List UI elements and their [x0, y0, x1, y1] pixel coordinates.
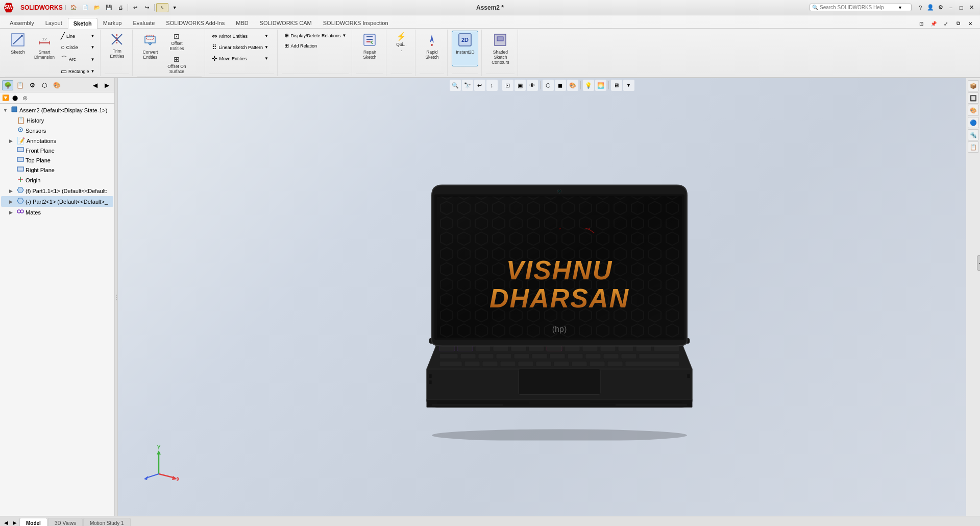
save-button[interactable]: 💾 [103, 3, 114, 12]
appearance-button[interactable]: 🎨 [51, 80, 62, 90]
undo-button[interactable]: ↩ [130, 3, 141, 12]
help-icon[interactable]: ? [916, 3, 925, 12]
tab-cam[interactable]: SOLIDWORKS CAM [254, 17, 317, 28]
ribbon-pin[interactable]: 📌 [928, 19, 939, 28]
print-button[interactable]: 🖨 [115, 3, 126, 12]
line-button[interactable]: ╱ Line ▼ [58, 31, 97, 41]
tree-item-history[interactable]: 📋 History [1, 115, 113, 125]
panel-next-button[interactable]: ▶ [101, 80, 112, 90]
rect-dropdown[interactable]: ▼ [91, 69, 95, 74]
view-orient-btn[interactable]: ⊡ [502, 80, 513, 91]
shaded-sketch-button[interactable]: Shaded SketchContours [486, 31, 514, 67]
tree-item-part1[interactable]: ▶ (f) Part1.1<1> (Default<<Default: [1, 185, 113, 196]
hide-show-btn[interactable]: 👁 [527, 80, 538, 91]
tree-item-top-plane[interactable]: Top Plane [1, 155, 113, 165]
pattern-dropdown[interactable]: ▼ [264, 45, 268, 50]
appearances-btn[interactable]: 🔲 [968, 92, 979, 104]
cursor-mode[interactable]: ↖ [156, 3, 168, 12]
maximize-button[interactable]: □ [957, 3, 966, 12]
document-info-btn[interactable]: 📋 [968, 141, 979, 153]
arc-button[interactable]: ⌒ Arc ▼ [58, 53, 97, 65]
config-manager-button[interactable]: ⚙ [27, 80, 38, 90]
tab-sketch[interactable]: Sketch [68, 18, 97, 29]
quick-snaps-button[interactable]: ⚡ Qui.... [390, 31, 412, 59]
tree-item-right-plane[interactable]: Right Plane [1, 165, 113, 175]
tab-inspection[interactable]: SOLIDWORKS Inspection [317, 17, 394, 28]
tab-mbd[interactable]: MBD [230, 17, 254, 28]
feature-tree-button[interactable]: 🌳 [2, 80, 13, 90]
view-cube-btn[interactable]: ◼ [555, 80, 566, 91]
lighting-btn[interactable]: 💡 [583, 80, 594, 91]
search-box[interactable]: 🔍 ▼ [810, 4, 912, 11]
tree-item-sensors[interactable]: Sensors [1, 125, 113, 136]
float-button[interactable]: ⧉ [952, 19, 964, 28]
tab-addins[interactable]: SOLIDWORKS Add-Ins [160, 17, 230, 28]
relations-dropdown[interactable]: ▼ [342, 33, 347, 38]
search-dropdown-icon[interactable]: ▼ [898, 5, 902, 10]
custom-props-btn[interactable]: 🔩 [968, 129, 979, 140]
settings-icon[interactable]: ⚙ [936, 3, 945, 12]
open-button[interactable]: 📂 [91, 3, 103, 12]
arc-dropdown[interactable]: ▼ [91, 57, 95, 62]
tab-assembly[interactable]: Assembly [4, 17, 40, 28]
pan-btn[interactable]: ↕ [486, 80, 498, 91]
dxf-manager-button[interactable]: ⬡ [39, 80, 50, 90]
property-manager-button[interactable]: 📋 [14, 80, 26, 90]
viewport-expand[interactable]: ⤢ [940, 19, 951, 28]
tab-scroll-right[interactable]: ▶ [11, 519, 19, 527]
circle-dropdown[interactable]: ▼ [91, 45, 95, 50]
close-button[interactable]: ✕ [967, 3, 976, 12]
tab-motion-study[interactable]: Motion Study 1 [83, 518, 131, 527]
rect-button[interactable]: ▭ Rectangle ▼ [58, 66, 97, 77]
view-palette-btn[interactable]: 📦 [968, 80, 979, 91]
mirror-dropdown[interactable]: ▼ [264, 34, 268, 38]
rotate-btn[interactable]: ↩ [474, 80, 485, 91]
panel-prev-button[interactable]: ◀ [89, 80, 101, 90]
new-button[interactable]: 📄 [80, 3, 91, 12]
section-view-btn[interactable]: ⬡ [543, 80, 554, 91]
trim-entities-button[interactable]: TrimEntities [105, 31, 129, 66]
select-button[interactable]: ▼ [169, 3, 180, 12]
redo-button[interactable]: ↪ [141, 3, 153, 12]
display-style-btn[interactable]: 🎨 [567, 80, 578, 91]
scene-btn-rp[interactable]: 🎨 [968, 105, 979, 116]
tab-scroll-left[interactable]: ◀ [2, 519, 10, 527]
mirror-entities-button[interactable]: ⇔ Mirror Entities ▼ [209, 31, 271, 41]
tree-item-annotations[interactable]: ▶ 📝 Annotations [1, 136, 113, 146]
close-panel-btn[interactable]: ✕ [965, 19, 976, 28]
tab-layout[interactable]: Layout [40, 17, 68, 28]
home-button[interactable]: 🏠 [68, 3, 79, 12]
display-relations-button[interactable]: ⊕ Display/Delete Relations ▼ [282, 31, 349, 40]
repair-sketch-button[interactable]: RepairSketch [356, 31, 383, 66]
zoom-in-btn[interactable]: 🔭 [462, 80, 473, 91]
search-input[interactable] [820, 5, 896, 10]
sketch-button[interactable]: Sketch [5, 31, 31, 66]
panel-collapse-btn[interactable]: ◀ [977, 255, 980, 271]
decals-btn[interactable]: 🔵 [968, 117, 979, 128]
move-dropdown[interactable]: ▼ [264, 56, 268, 61]
view-style-btn[interactable]: ▣ [514, 80, 526, 91]
convert-entities-button[interactable]: ConvertEntities [137, 31, 163, 66]
minimize-button[interactable]: − [946, 3, 955, 12]
filter-btn-1[interactable]: ⬤ [10, 94, 19, 102]
offset-on-surface-button[interactable]: ⊞ Offset OnSurface [164, 54, 189, 76]
tab-model[interactable]: Model [19, 518, 47, 527]
rapid-sketch-button[interactable]: RapidSketch [420, 31, 444, 66]
move-entities-button[interactable]: ✛ Move Entities ▼ [209, 53, 271, 64]
tab-evaluate[interactable]: Evaluate [127, 17, 160, 28]
line-dropdown[interactable]: ▼ [91, 34, 95, 38]
scene-btn[interactable]: 🌅 [595, 80, 606, 91]
tree-item-mates[interactable]: ▶ Mates [1, 207, 113, 218]
tab-3d-views[interactable]: 3D Views [48, 518, 83, 527]
tree-item-origin[interactable]: Origin [1, 175, 113, 185]
linear-pattern-button[interactable]: ⠿ Linear Sketch Pattern ▼ [209, 42, 271, 53]
display-props-btn[interactable]: 🖥 [611, 80, 622, 91]
tab-markup[interactable]: Markup [97, 17, 128, 28]
tree-root[interactable]: ▼ Assem2 (Default<Display State-1>) [1, 105, 113, 115]
add-relation-button[interactable]: ⊞ Add Relation [282, 41, 349, 51]
ribbon-collapse[interactable]: ⊡ [916, 19, 927, 28]
tree-item-part2[interactable]: ▶ (-) Part2<1> (Default<<Default>_ [1, 196, 113, 207]
circle-button[interactable]: ○ Circle ▼ [58, 42, 97, 53]
viewport[interactable]: 🔍 🔭 ↩ ↕ ⊡ ▣ 👁 ⬡ ◼ 🎨 💡 🌅 🖥 ▼ [118, 78, 966, 516]
tree-item-front-plane[interactable]: Front Plane [1, 146, 113, 155]
